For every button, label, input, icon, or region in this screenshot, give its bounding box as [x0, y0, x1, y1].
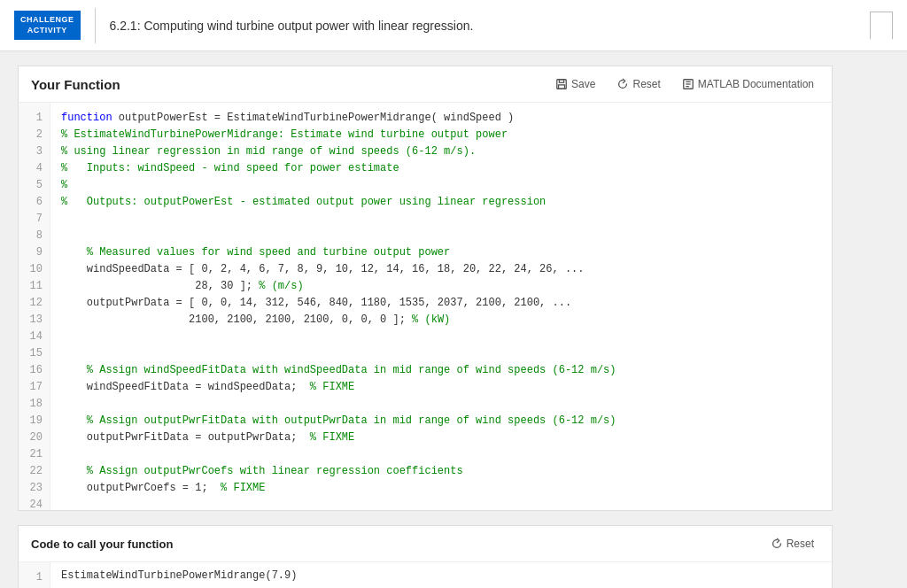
docs-icon	[682, 78, 694, 90]
code-line: % Measured values for wind speed and tur…	[61, 244, 821, 261]
code-line	[61, 329, 821, 345]
code-line	[61, 345, 821, 362]
reset-button[interactable]: Reset	[611, 75, 665, 93]
call-line-nums: 1	[19, 562, 50, 588]
code-scroll-area[interactable]: 1234567891011121314151617181920212223242…	[19, 103, 832, 510]
svg-rect-1	[559, 80, 563, 83]
call-toolbar: Code to call your function Reset	[19, 526, 832, 562]
reset-icon	[616, 78, 629, 90]
code-line: % Inputs: windSpeed - wind speed for pow…	[61, 160, 821, 177]
line-number: 1	[19, 110, 50, 127]
line-number: 17	[19, 379, 50, 396]
call-reset-button[interactable]: Reset	[765, 535, 819, 553]
code-line	[61, 446, 821, 463]
main-content: Your Function Save Reset	[0, 51, 850, 588]
code-line	[61, 211, 821, 228]
code-line: windSpeedData = [ 0, 2, 4, 6, 7, 8, 9, 1…	[61, 261, 821, 278]
section-title: Your Function	[31, 77, 539, 92]
line-number: 9	[19, 244, 50, 261]
code-line: % Outputs: outputPowerEst - estimated ou…	[61, 194, 821, 211]
code-line: outputPwrCoefs = 1; % FIXME	[61, 480, 821, 497]
code-line: %	[61, 177, 821, 194]
line-number: 19	[19, 413, 50, 429]
line-number: 13	[19, 312, 50, 329]
section-toolbar: Your Function Save Reset	[19, 66, 832, 103]
code-line: outputPwrFitData = outputPwrData; % FIXM…	[61, 429, 821, 446]
call-code-area: 1 EstimateWindTurbinePowerMidrange(7.9)	[19, 562, 832, 588]
code-line: % EstimateWindTurbinePowerMidrange: Esti…	[61, 127, 821, 143]
code-line: % using linear regression in mid range o…	[61, 143, 821, 160]
line-number: 21	[19, 446, 50, 463]
code-line	[61, 497, 821, 510]
line-number: 20	[19, 429, 50, 446]
header-bar: CHALLENGE ACTIVITY 6.2.1: Computing wind…	[0, 0, 907, 51]
save-button[interactable]: Save	[550, 75, 601, 93]
code-line: outputPwrData = [ 0, 0, 14, 312, 546, 84…	[61, 295, 821, 312]
your-function-section: Your Function Save Reset	[18, 66, 833, 511]
line-number: 3	[19, 143, 50, 160]
call-reset-icon	[771, 538, 783, 550]
line-number: 5	[19, 177, 50, 194]
code-line: windSpeedFitData = windSpeedData; % FIXM…	[61, 379, 821, 396]
code-line: % Assign outputPwrCoefs with linear regr…	[61, 463, 821, 480]
call-section-title: Code to call your function	[31, 538, 765, 551]
line-number: 10	[19, 261, 50, 278]
line-number: 24	[19, 497, 50, 510]
line-number: 23	[19, 480, 50, 497]
line-number: 12	[19, 295, 50, 312]
code-line	[61, 396, 821, 413]
call-code-content[interactable]: EstimateWindTurbinePowerMidrange(7.9)	[50, 562, 832, 588]
code-line: 2100, 2100, 2100, 2100, 0, 0, 0 ]; % (kW…	[61, 312, 821, 329]
line-number: 4	[19, 160, 50, 177]
code-content[interactable]: function outputPowerEst = EstimateWindTu…	[50, 103, 832, 510]
line-number: 6	[19, 194, 50, 211]
line-numbers: 1234567891011121314151617181920212223242…	[19, 103, 50, 510]
line-number: 7	[19, 211, 50, 228]
code-line: function outputPowerEst = EstimateWindTu…	[61, 110, 821, 127]
bookmark-icon[interactable]	[870, 12, 893, 40]
header-divider	[95, 8, 96, 43]
line-number: 8	[19, 228, 50, 244]
line-number: 22	[19, 463, 50, 480]
save-icon	[555, 78, 568, 90]
code-line: 28, 30 ]; % (m/s)	[61, 278, 821, 295]
line-number: 2	[19, 127, 50, 143]
header-title: 6.2.1: Computing wind turbine output pow…	[110, 19, 857, 33]
line-number: 11	[19, 278, 50, 295]
code-editor[interactable]: 1234567891011121314151617181920212223242…	[19, 103, 832, 510]
call-code-text: EstimateWindTurbinePowerMidrange(7.9)	[61, 569, 297, 582]
svg-rect-2	[559, 85, 565, 89]
code-line: % Assign outputPwrFitData with outputPwr…	[61, 413, 821, 429]
line-number: 16	[19, 362, 50, 379]
challenge-badge: CHALLENGE ACTIVITY	[14, 11, 81, 40]
line-number: 15	[19, 345, 50, 362]
line-number: 14	[19, 329, 50, 345]
line-number: 18	[19, 396, 50, 413]
call-line-num: 1	[19, 569, 50, 586]
code-line	[61, 228, 821, 244]
matlab-docs-button[interactable]: MATLAB Documentation	[677, 75, 819, 93]
code-line: % Assign windSpeedFitData with windSpeed…	[61, 362, 821, 379]
call-section: Code to call your function Reset 1 Estim…	[18, 525, 833, 588]
